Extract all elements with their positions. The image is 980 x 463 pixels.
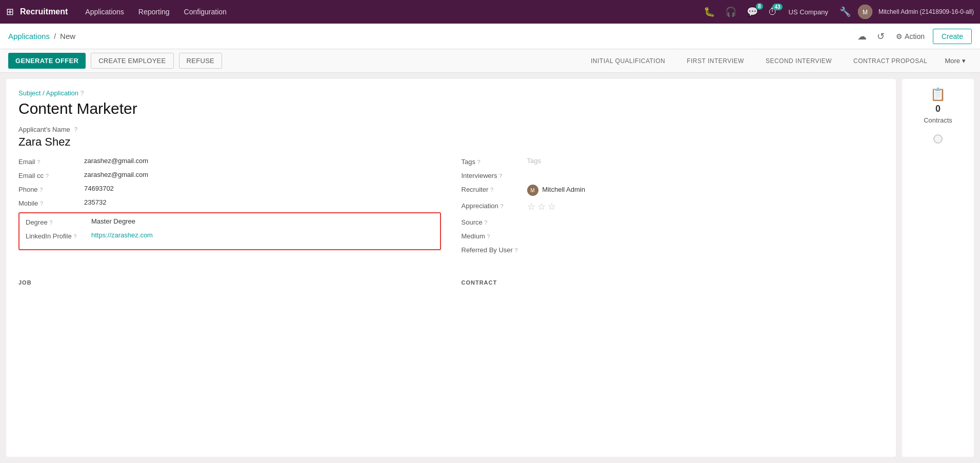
email-help-icon[interactable]: ? — [37, 159, 40, 165]
recruiter-value: M Mitchell Admin — [527, 185, 585, 196]
mobile-row: Mobile ? 235732 — [18, 198, 441, 207]
clock-icon[interactable]: ⏱ 43 — [765, 5, 781, 19]
tags-label: Tags ? — [462, 157, 523, 166]
interviewers-label: Interviewers ? — [462, 171, 523, 179]
cloud-save-icon[interactable]: ☁ — [854, 29, 870, 44]
medium-label: Medium ? — [462, 231, 523, 240]
star-1[interactable]: ☆ — [527, 201, 535, 212]
email-cc-label: Email cc ? — [18, 171, 80, 179]
contracts-widget[interactable]: 📋 0 Contracts — [924, 87, 952, 124]
referred-by-row: Referred By User ? — [462, 245, 884, 254]
status-radio[interactable] — [933, 134, 943, 144]
appreciation-stars[interactable]: ☆ ☆ ☆ — [527, 201, 556, 212]
star-3[interactable]: ☆ — [548, 201, 556, 212]
breadcrumb-separator: / — [54, 32, 56, 41]
svg-text:M: M — [863, 9, 868, 16]
mobile-value: 235732 — [84, 198, 106, 206]
interviewers-help-icon[interactable]: ? — [499, 173, 502, 179]
email-cc-row: Email cc ? zarashez@gmail.com — [18, 171, 441, 179]
recruiter-label: Recruiter ? — [462, 185, 523, 193]
main-content: Subject / Application ? Content Marketer… — [0, 73, 980, 463]
company-name: US Company — [789, 8, 828, 16]
email-cc-help-icon[interactable]: ? — [46, 173, 49, 179]
messages-badge: 8 — [756, 3, 763, 10]
breadcrumb-parent[interactable]: Applications — [8, 32, 50, 41]
recruiter-avatar: M — [527, 185, 538, 196]
support-icon[interactable]: 🎧 — [722, 4, 739, 19]
appreciation-row: Appreciation ? ☆ ☆ ☆ — [462, 201, 884, 212]
nav-applications[interactable]: Applications — [80, 6, 129, 18]
stage-first-interview[interactable]: First Interview — [674, 53, 753, 69]
bug-icon[interactable]: 🐛 — [701, 4, 718, 19]
medium-row: Medium ? — [462, 231, 884, 240]
stage-more[interactable]: More ▾ — [938, 53, 972, 69]
refresh-icon[interactable]: ↺ — [874, 29, 888, 44]
create-button[interactable]: Create — [933, 29, 972, 44]
email-label: Email ? — [18, 157, 80, 166]
linkedin-value[interactable]: https://zarashez.com — [91, 231, 153, 239]
linkedin-row: LinkedIn Profile ? https://zarashez.com — [26, 231, 434, 240]
subject-help-icon[interactable]: ? — [81, 90, 84, 97]
email-cc-value: zarashez@gmail.com — [84, 171, 148, 178]
degree-row: Degree ? Master Degree — [26, 217, 434, 226]
form-area: Subject / Application ? Content Marketer… — [6, 79, 896, 457]
chevron-down-icon: ▾ — [962, 57, 966, 65]
create-employee-button[interactable]: Create Employee — [91, 53, 173, 69]
form-title[interactable]: Content Marketer — [18, 100, 884, 117]
refuse-button[interactable]: Refuse — [179, 53, 223, 69]
nav-reporting[interactable]: Reporting — [133, 6, 175, 18]
contracts-count: 0 — [935, 104, 941, 114]
app-name: Recruitment — [20, 7, 68, 16]
user-avatar[interactable]: M — [858, 5, 872, 19]
applicant-name-help-icon[interactable]: ? — [74, 126, 77, 133]
breadcrumb-bar: Applications / New ☁ ↺ ⚙ Action Create — [0, 24, 980, 49]
settings-icon[interactable]: 🔧 — [836, 4, 854, 19]
stage-contract-proposal[interactable]: Contract Proposal — [841, 53, 936, 69]
medium-help-icon[interactable]: ? — [487, 233, 490, 239]
pipeline-stages: Initial Qualification First Interview Se… — [578, 53, 936, 69]
email-row: Email ? zarashez@gmail.com — [18, 157, 441, 166]
top-navigation: ⊞ Recruitment Applications Reporting Con… — [0, 0, 980, 24]
linkedin-help-icon[interactable]: ? — [73, 233, 76, 239]
contracts-label: Contracts — [924, 116, 952, 124]
degree-label: Degree ? — [26, 217, 87, 226]
appreciation-help-icon[interactable]: ? — [500, 203, 503, 209]
referred-by-help-icon[interactable]: ? — [515, 247, 518, 253]
stage-second-interview[interactable]: Second Interview — [753, 53, 841, 69]
more-label: More — [945, 57, 960, 65]
email-value: zarashez@gmail.com — [84, 157, 148, 165]
recruiter-help-icon[interactable]: ? — [490, 187, 493, 193]
recruiter-row: Recruiter ? M Mitchell Admin — [462, 185, 884, 196]
status-bar: Generate Offer Create Employee Refuse In… — [0, 49, 980, 73]
degree-value: Master Degree — [91, 217, 135, 225]
right-panel: 📋 0 Contracts — [902, 79, 974, 457]
referred-by-label: Referred By User ? — [462, 245, 523, 254]
stage-initial-qualification[interactable]: Initial Qualification — [578, 53, 674, 69]
section-contract: CONTRACT — [462, 279, 884, 286]
degree-help-icon[interactable]: ? — [49, 219, 52, 226]
source-help-icon[interactable]: ? — [484, 219, 487, 226]
mobile-help-icon[interactable]: ? — [40, 200, 43, 207]
interviewers-row: Interviewers ? — [462, 171, 884, 179]
phone-label: Phone ? — [18, 185, 80, 193]
tags-help-icon[interactable]: ? — [477, 159, 481, 165]
phone-help-icon[interactable]: ? — [39, 187, 43, 193]
generate-offer-button[interactable]: Generate Offer — [8, 53, 86, 69]
appreciation-label: Appreciation ? — [462, 201, 523, 210]
source-row: Source ? — [462, 217, 884, 226]
app-grid-icon[interactable]: ⊞ — [6, 6, 14, 17]
action-label: Action — [905, 32, 925, 41]
phone-value: 74693702 — [84, 185, 114, 192]
tags-row: Tags ? Tags — [462, 157, 884, 166]
nav-configuration[interactable]: Configuration — [179, 6, 232, 18]
left-column: Email ? zarashez@gmail.com Email cc ? za… — [18, 157, 441, 259]
breadcrumb-current: New — [60, 32, 75, 41]
tags-value[interactable]: Tags — [527, 157, 541, 165]
clock-badge: 43 — [772, 4, 782, 10]
gear-icon: ⚙ — [896, 32, 903, 41]
action-button[interactable]: ⚙ Action — [892, 30, 929, 43]
messages-icon[interactable]: 💬 8 — [744, 4, 761, 19]
star-2[interactable]: ☆ — [537, 201, 546, 212]
phone-row: Phone ? 74693702 — [18, 185, 441, 193]
form-grid: Email ? zarashez@gmail.com Email cc ? za… — [18, 157, 884, 259]
